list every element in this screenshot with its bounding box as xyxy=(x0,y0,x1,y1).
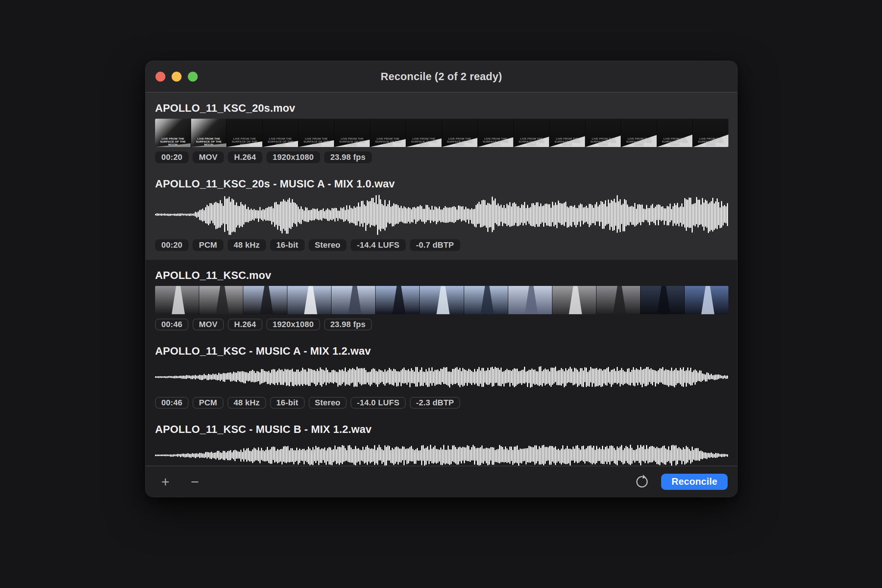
filmstrip-frame xyxy=(552,286,597,314)
file-list: APOLLO_11_KSC_20s.movLIVE FROM THE SURFA… xyxy=(146,93,737,466)
metadata-badge: -2.3 dBTP xyxy=(410,397,460,409)
thumbnail-caption: LIVE FROM THE SURFACE OF THE MOON xyxy=(621,138,657,146)
filmstrip-frame: LIVE FROM THE SURFACE OF THE MOON xyxy=(657,119,693,147)
metadata-badge: PCM xyxy=(193,239,224,251)
thumbnail-caption: LIVE FROM THE SURFACE OF THE MOON xyxy=(406,138,442,146)
filmstrip-frame: LIVE FROM THE SURFACE OF THE MOON xyxy=(621,119,657,147)
metadata-badges: 00:20PCM48 kHz16-bitStereo-14.4 LUFS-0.7… xyxy=(155,239,728,251)
metadata-badge: 00:46 xyxy=(155,397,189,409)
reconcile-group-1[interactable]: APOLLO_11_KSC_20s.movLIVE FROM THE SURFA… xyxy=(146,93,737,260)
metadata-badge: -14.0 LUFS xyxy=(351,397,406,409)
filmstrip-frame xyxy=(155,286,199,314)
video-item[interactable]: APOLLO_11_KSC.mov00:46MOVH.2641920x10802… xyxy=(155,269,728,330)
filmstrip-frame: LIVE FROM THE SURFACE OF THE MOON xyxy=(585,119,621,147)
file-name: APOLLO_11_KSC_20s - MUSIC A - MIX 1.0.wa… xyxy=(155,178,728,190)
thumbnail-caption: LIVE FROM THE SURFACE OF THE MOON xyxy=(227,138,262,146)
thumbnail-caption: LIVE FROM THE SURFACE OF THE MOON xyxy=(478,138,513,146)
filmstrip-frame: LIVE FROM THE SURFACE OF THE MOON xyxy=(263,119,299,147)
metadata-badge: 23.98 fps xyxy=(324,152,372,163)
thumbnail-caption: LIVE FROM THE SURFACE OF THE MOON xyxy=(442,138,478,146)
thumbnail-tower xyxy=(420,286,464,314)
metadata-badge: 1920x1080 xyxy=(266,319,320,330)
thumbnail-tower xyxy=(597,286,640,314)
filmstrip-frame: LIVE FROM THE SURFACE OF THE MOON xyxy=(298,119,334,147)
filmstrip-frame xyxy=(376,286,420,314)
metadata-badges: 00:20MOVH.2641920x108023.98 fps xyxy=(155,152,728,163)
thumbnail-tower xyxy=(287,286,331,314)
toolbar: + − Reconcile xyxy=(146,466,737,497)
filmstrip-frame: LIVE FROM THE SURFACE OF THE MOON xyxy=(191,119,227,147)
metadata-badge: 23.98 fps xyxy=(324,319,372,330)
thumbnail-caption: LIVE FROM THE SURFACE OF THE MOON xyxy=(334,138,370,146)
thumbnail-tower xyxy=(464,286,508,314)
filmstrip-frame xyxy=(420,286,464,314)
filmstrip-frame xyxy=(464,286,508,314)
file-name: APOLLO_11_KSC - MUSIC A - MIX 1.2.wav xyxy=(155,345,728,357)
metadata-badge: 16-bit xyxy=(270,397,304,409)
filmstrip-frame xyxy=(287,286,332,314)
metadata-badge: 00:20 xyxy=(155,239,189,251)
filmstrip-frame: LIVE FROM THE SURFACE OF THE MOON xyxy=(227,119,263,147)
thumbnail-tower xyxy=(376,286,419,314)
filmstrip-frame xyxy=(199,286,243,314)
filmstrip-frame: LIVE FROM THE SURFACE OF THE MOON xyxy=(406,119,442,147)
reconcile-button[interactable]: Reconcile xyxy=(661,474,728,490)
reconcile-window: Reconcile (2 of 2 ready) APOLLO_11_KSC_2… xyxy=(145,61,738,497)
metadata-badge: -14.4 LUFS xyxy=(351,239,406,251)
metadata-badges: 00:46PCM48 kHz16-bitStereo-14.0 LUFS-2.3… xyxy=(155,397,728,409)
audio-item[interactable]: APOLLO_11_KSC - MUSIC A - MIX 1.2.wav00:… xyxy=(155,345,728,409)
refresh-button[interactable] xyxy=(634,474,650,490)
metadata-badges: 00:46MOVH.2641920x108023.98 fps xyxy=(155,319,728,330)
filmstrip-frame xyxy=(685,286,728,314)
thumbnail-caption: LIVE FROM THE SURFACE OF THE MOON xyxy=(549,138,585,146)
thumbnail-caption: LIVE FROM THE SURFACE OF THE MOON xyxy=(298,138,334,146)
filmstrip-frame: LIVE FROM THE SURFACE OF THE MOON xyxy=(693,119,728,147)
filmstrip-frame: LIVE FROM THE SURFACE OF THE MOON xyxy=(478,119,514,147)
metadata-badge: MOV xyxy=(193,152,224,163)
titlebar[interactable]: Reconcile (2 of 2 ready) xyxy=(146,61,737,93)
thumbnail-caption: LIVE FROM THE SURFACE OF THE MOON xyxy=(657,138,693,146)
filmstrip-frame xyxy=(243,286,287,314)
filmstrip-frame: LIVE FROM THE SURFACE OF THE MOON xyxy=(514,119,550,147)
filmstrip-frame xyxy=(508,286,552,314)
filmstrip-frame xyxy=(640,286,685,314)
thumbnail-tower xyxy=(508,286,552,314)
filmstrip-thumbnail xyxy=(155,286,728,314)
window-title: Reconcile (2 of 2 ready) xyxy=(146,70,737,82)
metadata-badge: H.264 xyxy=(228,152,262,163)
metadata-badge: 48 kHz xyxy=(228,239,266,251)
metadata-badge: 48 kHz xyxy=(228,397,266,409)
reconcile-group-2[interactable]: APOLLO_11_KSC.mov00:46MOVH.2641920x10802… xyxy=(146,260,737,466)
audio-item[interactable]: APOLLO_11_KSC - MUSIC B - MIX 1.2.wav00:… xyxy=(155,423,728,466)
audio-item[interactable]: APOLLO_11_KSC_20s - MUSIC A - MIX 1.0.wa… xyxy=(155,178,728,251)
filmstrip-thumbnail: LIVE FROM THE SURFACE OF THE MOONLIVE FR… xyxy=(155,119,728,147)
filmstrip-frame xyxy=(597,286,640,314)
filmstrip-frame: LIVE FROM THE SURFACE OF THE MOON xyxy=(370,119,406,147)
thumbnail-tower xyxy=(155,286,199,314)
filmstrip-frame: LIVE FROM THE SURFACE OF THE MOON xyxy=(334,119,370,147)
thumbnail-tower xyxy=(332,286,375,314)
audio-waveform xyxy=(155,362,728,393)
file-name: APOLLO_11_KSC_20s.mov xyxy=(155,102,728,114)
thumbnail-tower xyxy=(199,286,243,314)
file-name: APOLLO_11_KSC - MUSIC B - MIX 1.2.wav xyxy=(155,423,728,435)
metadata-badge: Stereo xyxy=(309,239,347,251)
thumbnail-tower xyxy=(552,286,596,314)
add-button[interactable]: + xyxy=(155,471,176,492)
refresh-icon xyxy=(634,474,650,490)
metadata-badge: H.264 xyxy=(228,319,262,330)
metadata-badge: PCM xyxy=(193,397,224,409)
thumbnail-caption: LIVE FROM THE SURFACE OF THE MOON xyxy=(585,138,621,146)
thumbnail-caption: LIVE FROM THE SURFACE OF THE MOON xyxy=(191,138,227,146)
remove-button[interactable]: − xyxy=(184,471,205,492)
audio-waveform xyxy=(155,440,728,466)
video-item[interactable]: APOLLO_11_KSC_20s.movLIVE FROM THE SURFA… xyxy=(155,102,728,163)
metadata-badge: 1920x1080 xyxy=(266,152,320,163)
metadata-badge: 00:46 xyxy=(155,319,189,330)
metadata-badge: MOV xyxy=(193,319,224,330)
metadata-badge: -0.7 dBTP xyxy=(410,239,460,251)
metadata-badge: Stereo xyxy=(309,397,347,409)
filmstrip-frame: LIVE FROM THE SURFACE OF THE MOON xyxy=(549,119,585,147)
thumbnail-tower xyxy=(685,286,728,314)
file-name: APOLLO_11_KSC.mov xyxy=(155,269,728,282)
